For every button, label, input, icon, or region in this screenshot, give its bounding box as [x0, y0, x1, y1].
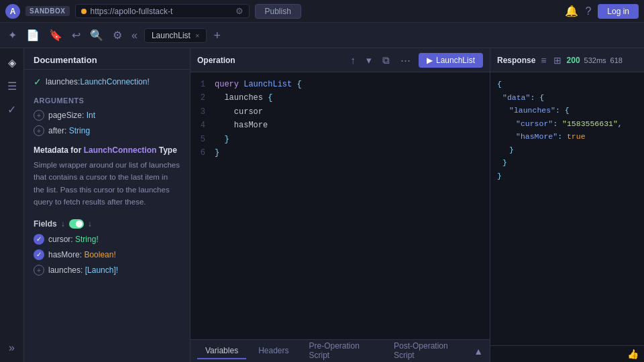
app-logo: A	[5, 4, 20, 19]
expand-icon[interactable]: ▾	[364, 53, 374, 68]
chevron-down-icon[interactable]: ↓	[88, 219, 92, 229]
copy-icon[interactable]: ⧉	[380, 53, 392, 68]
sort-icon[interactable]: ↓	[61, 219, 65, 229]
tab-post-script[interactable]: Post-Operation Script	[386, 339, 470, 363]
collapse-left-icon[interactable]: «	[129, 27, 140, 44]
field-add-launches-icon: +	[34, 265, 44, 276]
field-launches-label: launches: [Launch]!	[48, 265, 118, 275]
metadata-title: Metadata for LaunchConnection Type	[34, 145, 180, 155]
editor-panel: Operation ↑ ▾ ⧉ ⋯ ▶ LaunchList 1 query L…	[191, 48, 490, 362]
thumbs-up-icon[interactable]: 👍	[627, 349, 639, 359]
topbar-right: 🔔 ? Log in	[565, 4, 639, 19]
tab-label: LaunchList	[152, 31, 191, 40]
sidebar-icon-explore[interactable]: ◈	[5, 54, 19, 72]
run-button[interactable]: ▶ LaunchList	[419, 53, 483, 68]
main-area: ◈ ☰ ✓ » Documentation ✓ launches:LaunchC…	[0, 48, 644, 362]
fields-label: Fields	[34, 219, 57, 229]
fields-header: Fields ↓ ↓	[34, 219, 180, 229]
url-status-dot	[81, 9, 87, 14]
bookmark-icon[interactable]: 🔖	[46, 26, 65, 44]
sidebar-icon-documents[interactable]: ☰	[5, 77, 19, 95]
search-icon[interactable]: 🔍	[87, 26, 106, 44]
notifications-icon[interactable]: 🔔	[565, 5, 578, 17]
response-time: 532ms	[584, 56, 606, 64]
run-label: LaunchList	[436, 56, 475, 65]
login-button[interactable]: Log in	[598, 4, 639, 19]
fields-section: Fields ↓ ↓ ✓ cursor: String! ✓ hasMore: …	[34, 219, 180, 276]
url-bar[interactable]: https://apollo-fullstack-t ⚙	[75, 4, 250, 18]
response-grid-icon[interactable]: ⊞	[552, 54, 563, 67]
arg-after-label: after: String	[48, 126, 90, 135]
response-json: { "data": { "launches": { "cursor": "158…	[490, 72, 644, 345]
code-line-2: 2 launches {	[191, 91, 490, 105]
arg-pagesize-label: pageSize: Int	[48, 111, 95, 120]
arg-pagesize[interactable]: + pageSize: Int	[34, 110, 180, 121]
docs-header: Documentation	[24, 48, 190, 70]
field-hasmore[interactable]: ✓ hasMore: Boolean!	[34, 249, 180, 260]
response-label: Response	[497, 56, 535, 65]
arguments-header: Arguments	[34, 97, 180, 105]
sandbox-badge: SANDBOX	[25, 6, 70, 16]
secondary-toolbar: ✦ 📄 🔖 ↩ 🔍 ⚙ « LaunchList × +	[0, 23, 644, 48]
metadata-desc: Simple wrapper around our list of launch…	[34, 159, 180, 208]
tab-variables[interactable]: Variables	[197, 343, 246, 359]
query-item-label: launches:LaunchConnection!	[46, 77, 150, 86]
arg-add-icon-2: +	[34, 125, 44, 136]
field-check-cursor: ✓	[34, 234, 44, 245]
tab-pre-script[interactable]: Pre-Operation Script	[301, 339, 382, 363]
field-hasmore-label: hasMore: Boolean!	[48, 250, 116, 259]
share-icon[interactable]: ↑	[347, 53, 358, 67]
settings-icon[interactable]: ⚙	[110, 26, 125, 44]
response-topbar: Response ≡ ⊞ 200 532ms 618	[490, 48, 644, 72]
code-line-1: 1 query LaunchList {	[191, 78, 490, 91]
left-icon-sidebar: ◈ ☰ ✓ »	[0, 48, 24, 362]
response-panel: Response ≡ ⊞ 200 532ms 618 { "data": { "…	[490, 48, 644, 362]
collapse-footer-icon[interactable]: ▲	[474, 346, 483, 357]
history-icon[interactable]: ↩	[69, 26, 83, 44]
response-footer: 👍	[490, 345, 644, 362]
add-tab-button[interactable]: +	[211, 29, 223, 42]
editor-footer: Variables Headers Pre-Operation Script P…	[191, 339, 490, 362]
play-icon: ▶	[427, 56, 433, 65]
field-check-hasmore: ✓	[34, 249, 44, 260]
docs-body: ✓ launches:LaunchConnection! Arguments +…	[24, 70, 190, 362]
response-list-icon[interactable]: ≡	[539, 54, 547, 67]
publish-button[interactable]: Publish	[255, 4, 301, 19]
field-cursor-label: cursor: String!	[48, 235, 99, 244]
arg-add-icon: +	[34, 110, 44, 121]
query-item-launches[interactable]: ✓ launches:LaunchConnection!	[34, 76, 180, 87]
check-icon: ✓	[34, 76, 42, 87]
tab-close-icon[interactable]: ×	[195, 32, 199, 40]
field-launches[interactable]: + launches: [Launch]!	[34, 265, 180, 276]
metadata-section: Metadata for LaunchConnection Type Simpl…	[34, 145, 180, 208]
response-size: 618	[610, 56, 623, 64]
code-line-4: 4 hasMore	[191, 119, 490, 132]
url-text: https://apollo-fullstack-t	[91, 7, 231, 16]
toggle-all-fields[interactable]	[69, 219, 84, 229]
tab-headers[interactable]: Headers	[250, 343, 297, 359]
code-line-6: 6 }	[191, 146, 490, 160]
code-line-3: 3 cursor	[191, 105, 490, 119]
arg-after[interactable]: + after: String	[34, 125, 180, 136]
editor-topbar: Operation ↑ ▾ ⧉ ⋯ ▶ LaunchList	[191, 48, 490, 72]
status-code: 200	[567, 56, 580, 65]
document-icon[interactable]: 📄	[23, 26, 42, 44]
more-icon[interactable]: ⋯	[398, 53, 413, 68]
toggle-knob	[76, 221, 83, 227]
code-editor[interactable]: 1 query LaunchList { 2 launches { 3 curs…	[191, 72, 490, 339]
help-icon[interactable]: ?	[585, 5, 591, 17]
sparkle-icon[interactable]: ✦	[5, 26, 19, 44]
sidebar-icon-check[interactable]: ✓	[5, 101, 19, 119]
field-cursor[interactable]: ✓ cursor: String!	[34, 234, 180, 245]
editor-content[interactable]: 1 query LaunchList { 2 launches { 3 curs…	[191, 72, 490, 339]
sidebar-icon-collapse[interactable]: »	[6, 339, 17, 357]
launchlist-tab[interactable]: LaunchList ×	[144, 28, 207, 43]
topbar: A SANDBOX https://apollo-fullstack-t ⚙ P…	[0, 0, 644, 23]
url-settings-icon[interactable]: ⚙	[235, 6, 244, 16]
code-line-5: 5 }	[191, 133, 490, 146]
documentation-panel: Documentation ✓ launches:LaunchConnectio…	[24, 48, 191, 362]
editor-label: Operation	[197, 56, 235, 65]
